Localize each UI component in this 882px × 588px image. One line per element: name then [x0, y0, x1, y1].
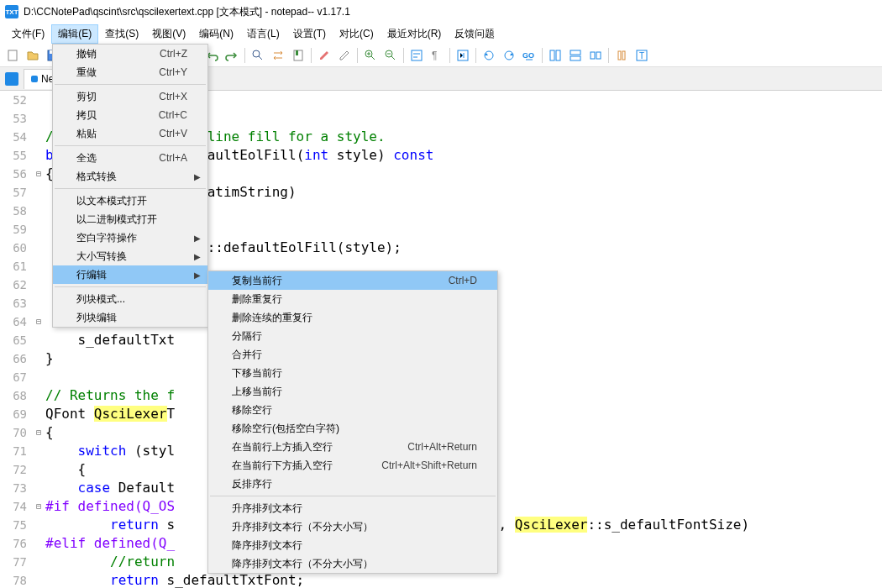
menu-3[interactable]: 视图(V)	[145, 24, 192, 44]
tab-icon	[31, 76, 38, 82]
edit-menu-item-12[interactable]: 空白字符操作▶	[53, 228, 207, 247]
edit-menu-item-4[interactable]: 拷贝Ctrl+C	[53, 106, 207, 124]
indent-icon[interactable]	[454, 46, 472, 65]
line-menu-item-10[interactable]: 在当前行下方插入空行Ctrl+Alt+Shift+Return	[208, 456, 497, 475]
line-menu-item-14[interactable]: 升序排列文本行（不分大小写）	[208, 517, 497, 536]
svg-rect-16	[296, 50, 298, 55]
open-folder-icon[interactable]	[24, 46, 42, 65]
whitespace-icon[interactable]: ¶	[428, 46, 446, 65]
edit-menu-item-0[interactable]: 撤销Ctrl+Z	[53, 45, 207, 63]
menubar: 文件(F)编辑(E)查找(S)视图(V)编码(N)语言(L)设置(T)对比(C)…	[0, 24, 882, 44]
line-menu-item-6[interactable]: 上移当前行	[208, 382, 497, 401]
app-icon: TXT	[5, 5, 18, 18]
zoom-out-icon[interactable]	[381, 46, 400, 65]
replace-icon[interactable]	[269, 46, 287, 65]
menu-5[interactable]: 语言(L)	[240, 24, 286, 44]
svg-rect-31	[618, 51, 621, 60]
svg-rect-32	[622, 51, 625, 60]
edit-menu-item-3[interactable]: 剪切Ctrl+X	[53, 87, 207, 106]
menu-6[interactable]: 设置(T)	[286, 24, 333, 44]
search-icon[interactable]	[249, 46, 267, 65]
menu-1[interactable]: 编辑(E)	[51, 24, 98, 44]
reload-prev-icon[interactable]	[480, 46, 498, 65]
zoom-in-icon[interactable]	[361, 46, 380, 65]
line-menu-item-0[interactable]: 复制当前行Ctrl+D	[208, 271, 497, 290]
line-edit-submenu: 复制当前行Ctrl+D删除重复行删除连续的重复行分隔行合并行下移当前行上移当前行…	[207, 270, 498, 574]
reload-next-icon[interactable]	[500, 46, 518, 65]
edit-menu-item-17[interactable]: 列块编辑	[53, 308, 207, 327]
line-menu-item-2[interactable]: 删除连续的重复行	[208, 308, 497, 327]
line-menu-item-11[interactable]: 反排序行	[208, 475, 497, 493]
svg-rect-27	[570, 50, 580, 55]
window-title: D:\CCNotePad\qscint\src\qscilexertext.cp…	[24, 5, 350, 19]
bookmark-icon[interactable]	[289, 46, 307, 65]
edit-menu-item-7[interactable]: 全选Ctrl+A	[53, 149, 207, 167]
svg-rect-30	[596, 52, 601, 59]
column-mode-icon[interactable]	[612, 46, 631, 65]
edit-menu-dropdown: 撤销Ctrl+Z重做Ctrl+Y剪切Ctrl+X拷贝Ctrl+C粘贴Ctrl+V…	[52, 44, 208, 328]
goto-icon[interactable]: GO	[520, 46, 538, 65]
line-menu-item-3[interactable]: 分隔行	[208, 327, 497, 345]
menu-0[interactable]: 文件(F)	[5, 24, 51, 44]
menu-7[interactable]: 对比(C)	[333, 24, 381, 44]
line-menu-item-9[interactable]: 在当前行上方插入空行Ctrl+Alt+Return	[208, 438, 497, 456]
svg-rect-29	[591, 52, 595, 59]
edit-menu-item-8[interactable]: 格式转换▶	[53, 167, 207, 186]
line-menu-item-16[interactable]: 降序排列文本行（不分大小写）	[208, 554, 497, 573]
edit-menu-item-14[interactable]: 行编辑▶	[53, 265, 207, 284]
svg-text:¶: ¶	[432, 50, 437, 61]
line-menu-item-7[interactable]: 移除空行	[208, 401, 497, 419]
svg-text:T: T	[639, 51, 644, 60]
sync-scroll-icon[interactable]	[586, 46, 605, 65]
edit-menu-item-11[interactable]: 以二进制模式打开	[53, 210, 207, 228]
menu-2[interactable]: 查找(S)	[98, 24, 145, 44]
highlight-clear-icon[interactable]	[335, 46, 354, 65]
highlight-red-icon[interactable]	[315, 46, 333, 65]
edit-menu-item-10[interactable]: 以文本模式打开	[53, 192, 207, 210]
edit-menu-item-13[interactable]: 大小写转换▶	[53, 247, 207, 265]
svg-rect-19	[412, 50, 422, 60]
split-icon[interactable]	[546, 46, 564, 65]
wrap-icon[interactable]	[407, 46, 426, 65]
line-menu-item-5[interactable]: 下移当前行	[208, 364, 497, 382]
svg-rect-0	[8, 50, 17, 60]
svg-point-14	[253, 50, 260, 57]
line-menu-item-1[interactable]: 删除重复行	[208, 290, 497, 308]
svg-rect-25	[550, 50, 554, 60]
redo-icon[interactable]	[223, 46, 241, 65]
svg-rect-28	[570, 56, 580, 60]
line-menu-item-8[interactable]: 移除空行(包括空白字符)	[208, 419, 497, 438]
split-h-icon[interactable]	[566, 46, 585, 65]
new-file-icon[interactable]	[3, 46, 22, 65]
line-menu-item-15[interactable]: 降序排列文本行	[208, 536, 497, 554]
svg-text:GO: GO	[522, 51, 534, 60]
edit-menu-item-16[interactable]: 列块模式...	[53, 290, 207, 308]
menu-8[interactable]: 最近对比(R)	[381, 24, 449, 44]
line-menu-item-13[interactable]: 升序排列文本行	[208, 499, 497, 517]
edit-menu-item-5[interactable]: 粘贴Ctrl+V	[53, 124, 207, 143]
format-icon[interactable]: T	[633, 46, 651, 65]
menu-4[interactable]: 编码(N)	[192, 24, 240, 44]
svg-rect-26	[556, 50, 560, 60]
edit-menu-item-1[interactable]: 重做Ctrl+Y	[53, 63, 207, 81]
line-menu-item-4[interactable]: 合并行	[208, 345, 497, 364]
menu-9[interactable]: 反馈问题	[448, 24, 501, 44]
